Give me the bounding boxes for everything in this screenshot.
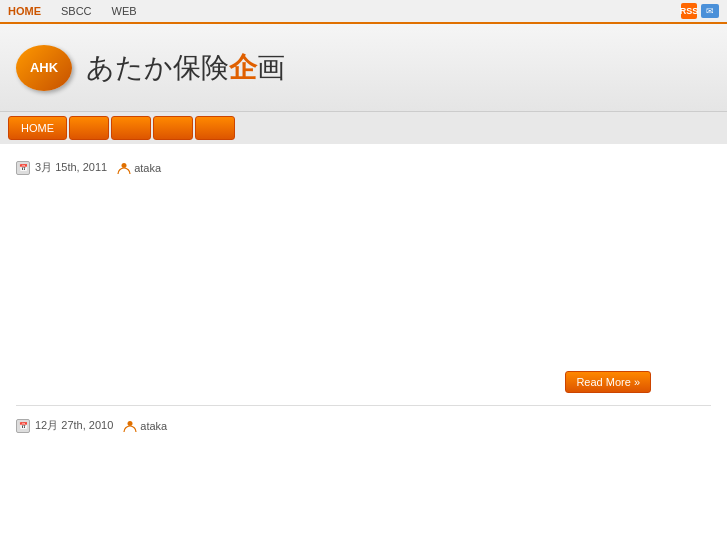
post-2-author: ataka bbox=[140, 420, 167, 432]
site-logo: AHK bbox=[16, 45, 72, 91]
main-navigation: HOME bbox=[0, 112, 727, 144]
calendar-icon-2: 📅 bbox=[16, 419, 30, 433]
post-2-meta: 📅 12月 27th, 2010 ataka bbox=[16, 418, 711, 433]
site-header: AHK あたか保険企画 bbox=[0, 24, 727, 112]
user-icon-1 bbox=[117, 161, 131, 175]
topnav-sbcc-link[interactable]: SBCC bbox=[61, 5, 92, 17]
post-1-author: ataka bbox=[134, 162, 161, 174]
post-1-date: 3月 15th, 2011 bbox=[35, 160, 107, 175]
post-1: 📅 3月 15th, 2011 ataka Read More » bbox=[16, 160, 711, 393]
post-1-meta: 📅 3月 15th, 2011 ataka bbox=[16, 160, 711, 175]
user-icon-2 bbox=[123, 419, 137, 433]
mail-icon[interactable]: ✉ bbox=[701, 4, 719, 18]
post-1-footer: Read More » bbox=[16, 363, 711, 393]
site-title-highlight: 企 bbox=[229, 52, 257, 83]
calendar-icon-1: 📅 bbox=[16, 161, 30, 175]
site-title: あたか保険企画 bbox=[86, 49, 285, 87]
post-2-date: 12月 27th, 2010 bbox=[35, 418, 113, 433]
nav-home-button[interactable]: HOME bbox=[8, 116, 67, 140]
top-icon-group: RSS ✉ bbox=[681, 3, 719, 19]
main-content: 📅 3月 15th, 2011 ataka Read More » 📅 12月 … bbox=[0, 144, 727, 545]
site-title-prefix: あたか保険 bbox=[86, 52, 229, 83]
nav-button-3[interactable] bbox=[111, 116, 151, 140]
nav-button-4[interactable] bbox=[153, 116, 193, 140]
post-separator-1 bbox=[16, 405, 711, 406]
svg-point-1 bbox=[128, 421, 133, 426]
topnav-web-link[interactable]: WEB bbox=[112, 5, 137, 17]
site-title-suffix: 画 bbox=[257, 52, 285, 83]
post-1-read-more-button[interactable]: Read More » bbox=[565, 371, 651, 393]
nav-button-2[interactable] bbox=[69, 116, 109, 140]
svg-point-0 bbox=[122, 163, 127, 168]
nav-button-5[interactable] bbox=[195, 116, 235, 140]
top-navigation-bar: HOME SBCC WEB RSS ✉ bbox=[0, 0, 727, 24]
rss-icon[interactable]: RSS bbox=[681, 3, 697, 19]
post-2-content bbox=[16, 441, 711, 545]
topnav-home-link[interactable]: HOME bbox=[8, 5, 41, 17]
post-1-content bbox=[16, 183, 711, 363]
post-2: 📅 12月 27th, 2010 ataka bbox=[16, 418, 711, 545]
